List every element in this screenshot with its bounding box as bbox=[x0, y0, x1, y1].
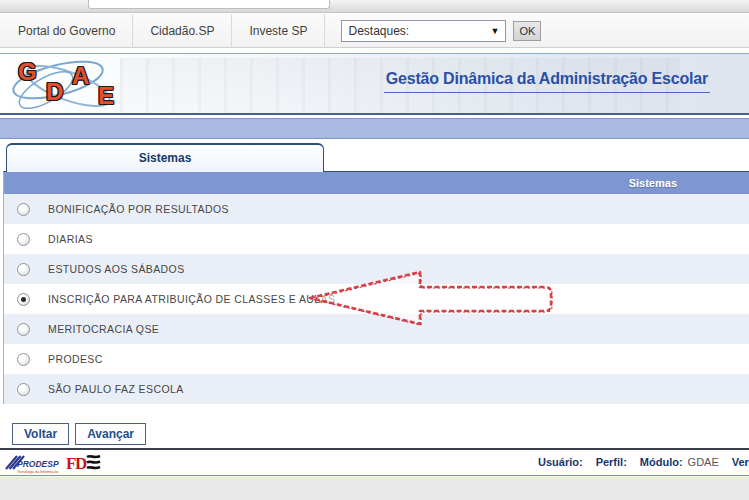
list-item-5[interactable]: MERITOCRACIA QSE bbox=[4, 314, 749, 344]
footer-field-2: Perfil: bbox=[596, 456, 627, 468]
address-bar-fragment bbox=[88, 0, 330, 9]
svg-text:PRODESP: PRODESP bbox=[17, 459, 59, 469]
menu-band bbox=[0, 118, 749, 139]
radio-button[interactable] bbox=[17, 323, 30, 336]
avancar-button[interactable]: Avançar bbox=[75, 423, 146, 445]
footer-field-4: Versão: bbox=[732, 456, 749, 468]
svg-text:Tecnologia da Informação: Tecnologia da Informação bbox=[17, 470, 58, 474]
list-item-2[interactable]: DIARIAS bbox=[4, 224, 749, 254]
ok-button[interactable]: OK bbox=[513, 21, 541, 41]
list-item-label: MERITOCRACIA QSE bbox=[48, 323, 159, 335]
action-buttons: Voltar Avançar bbox=[12, 423, 146, 445]
list-item-label: ESTUDOS AOS SÁBADOS bbox=[48, 263, 185, 275]
list-item-1[interactable]: BONIFICAÇÃO POR RESULTADOS bbox=[4, 194, 749, 224]
svg-text:D: D bbox=[75, 454, 87, 473]
browser-chrome-strip bbox=[0, 0, 749, 13]
destaques-dropdown[interactable]: Destaques: ▼ bbox=[341, 20, 506, 42]
nav-link-portal-do-governo[interactable]: Portal do Governo bbox=[0, 14, 133, 48]
fde-logo: F D bbox=[66, 453, 102, 473]
voltar-button[interactable]: Voltar bbox=[12, 423, 69, 445]
list-item-6[interactable]: PRODESC bbox=[4, 344, 749, 374]
prodesp-logo: PRODESP Tecnologia da Informação bbox=[4, 454, 64, 475]
list-item-3[interactable]: ESTUDOS AOS SÁBADOS bbox=[4, 254, 749, 284]
list-item-label: INSCRIÇÃO PARA ATRIBUIÇÃO DE CLASSES E A… bbox=[48, 293, 335, 305]
radio-button[interactable] bbox=[17, 353, 30, 366]
list-item-label: BONIFICAÇÃO POR RESULTADOS bbox=[48, 203, 229, 215]
destaques-dropdown-value: Destaques: bbox=[348, 24, 409, 38]
radio-button[interactable] bbox=[17, 203, 30, 216]
bottom-gray-area bbox=[0, 476, 749, 500]
footer-status-info: Usuário:Perfil:Módulo:GDAEVersão: bbox=[538, 456, 749, 468]
systems-panel: Sistemas BONIFICAÇÃO POR RESULTADOS DIAR… bbox=[3, 171, 749, 404]
footer-bar: PRODESP Tecnologia da Informação F D Usu… bbox=[0, 450, 749, 475]
nav-link-investe-sp[interactable]: Investe SP bbox=[232, 14, 325, 48]
chevron-down-icon: ▼ bbox=[491, 26, 500, 36]
footer-field-1: Usuário: bbox=[538, 456, 583, 468]
radio-button[interactable] bbox=[17, 293, 30, 306]
panel-header-sistemas: Sistemas bbox=[4, 172, 749, 194]
gov-top-nav: Portal do Governo Cidadão.SP Investe SP … bbox=[0, 14, 749, 48]
page-title: Gestão Dinâmica da Administração Escolar bbox=[384, 70, 710, 93]
systems-list: BONIFICAÇÃO POR RESULTADOS DIARIAS ESTUD… bbox=[4, 194, 749, 404]
tab-sistemas[interactable]: Sistemas bbox=[6, 143, 324, 172]
radio-button[interactable] bbox=[17, 233, 30, 246]
footer-field-3: Módulo:GDAE bbox=[640, 456, 719, 468]
list-item-label: SÃO PAULO FAZ ESCOLA bbox=[48, 383, 184, 395]
list-item-4[interactable]: INSCRIÇÃO PARA ATRIBUIÇÃO DE CLASSES E A… bbox=[4, 284, 749, 314]
radio-button[interactable] bbox=[17, 263, 30, 276]
list-item-label: DIARIAS bbox=[48, 233, 93, 245]
radio-button[interactable] bbox=[17, 383, 30, 396]
page: Portal do Governo Cidadão.SP Investe SP … bbox=[0, 0, 749, 500]
list-item-7[interactable]: SÃO PAULO FAZ ESCOLA bbox=[4, 374, 749, 404]
list-item-label: PRODESC bbox=[48, 353, 103, 365]
header-banner: G D A E Gestão Dinâmica da Administração… bbox=[0, 53, 749, 115]
nav-link-cidadao-sp[interactable]: Cidadão.SP bbox=[133, 14, 232, 48]
